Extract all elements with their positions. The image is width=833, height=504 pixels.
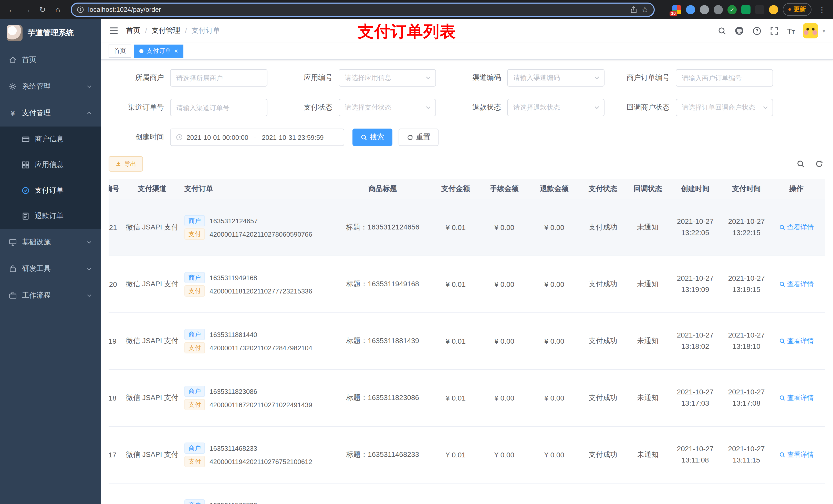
- pay-tag: 支付: [185, 342, 205, 354]
- merchant-filter-input[interactable]: [170, 69, 267, 87]
- table-row: 118 微信 JSAPI 支付 商户 1635311823086 支付: [109, 370, 825, 427]
- table-row: 121 微信 JSAPI 支付 商户 1635312124657 支付: [109, 199, 825, 256]
- pay-time: 13:17:08: [721, 398, 772, 409]
- sidebar-item-pay-order[interactable]: 支付订单: [0, 178, 101, 203]
- view-detail-link[interactable]: 查看详情: [779, 393, 814, 403]
- extension-gray2-icon[interactable]: [714, 5, 723, 14]
- refresh-table-icon[interactable]: [815, 160, 823, 168]
- share-icon[interactable]: [630, 6, 637, 13]
- gear-icon: [9, 82, 17, 91]
- search-button[interactable]: 搜索: [353, 128, 392, 146]
- filter-label: 创建时间: [109, 133, 170, 142]
- sidebar-item-dev-tools[interactable]: 研发工具: [0, 256, 101, 282]
- pay-status-select[interactable]: 请选择支付状态: [339, 99, 436, 116]
- back-icon[interactable]: ←: [5, 3, 19, 16]
- export-button[interactable]: 导出: [109, 156, 143, 172]
- sidebar-item-workflow[interactable]: 工作流程: [0, 282, 101, 309]
- merchant-order-no-input[interactable]: [676, 69, 773, 87]
- sidebar-item-app-info[interactable]: 应用信息: [0, 152, 101, 178]
- toggle-search-icon[interactable]: [796, 160, 805, 168]
- address-bar[interactable]: localhost:1024/pay/order ☆: [71, 2, 655, 17]
- github-icon[interactable]: [735, 26, 744, 35]
- update-dot-icon: [788, 8, 791, 11]
- pay-time: 13:22:15: [721, 227, 772, 238]
- sidebar-toggle-icon[interactable]: [109, 26, 119, 36]
- merchant-order-no: 1635312124657: [210, 217, 258, 224]
- search-icon[interactable]: [717, 26, 727, 35]
- search-icon: [779, 281, 785, 287]
- pay-time: 13:19:15: [721, 284, 772, 295]
- select-placeholder: 请选择订单回调商户状态: [682, 103, 762, 112]
- breadcrumb-home[interactable]: 首页: [126, 26, 140, 35]
- merchant-order-no: 1635311575786: [210, 501, 257, 504]
- clock-icon: [176, 134, 183, 141]
- page-content: 所属商户 应用编号 请选择应用信息 渠道编码 请输入渠道编码: [101, 60, 833, 504]
- chevron-down-icon: [594, 104, 600, 111]
- annotation-title: 支付订单列表: [358, 21, 456, 43]
- merchant-order-line: 商户 1635311881440: [185, 329, 334, 340]
- view-detail-link[interactable]: 查看详情: [779, 280, 814, 289]
- pay-date: 2021-10-27: [721, 444, 772, 455]
- filter-channel-order-no: 渠道订单号: [109, 99, 277, 116]
- pay-order-no: 4200001173202110272847982104: [210, 344, 312, 352]
- sidebar-item-refund-order[interactable]: 退款订单: [0, 203, 101, 229]
- table-utility-icons: [796, 160, 825, 168]
- sidebar-item-label: 支付管理: [22, 109, 51, 118]
- view-detail-link[interactable]: 查看详情: [779, 337, 814, 346]
- header-create-time: 创建时间: [670, 183, 721, 194]
- date-range-input[interactable]: 2021-10-01 00:00:00 - 2021-10-31 23:59:5…: [170, 128, 344, 146]
- channel-code-select[interactable]: 请输入渠道编码: [507, 69, 604, 87]
- browser-update-button[interactable]: 更新: [783, 3, 811, 16]
- sidebar-item-system[interactable]: 系统管理: [0, 73, 101, 100]
- breadcrumb-payment[interactable]: 支付管理: [152, 26, 180, 35]
- extensions-puzzle-icon[interactable]: [755, 5, 764, 14]
- pay-time: 13:11:15: [721, 455, 772, 466]
- sidebar-item-infrastructure[interactable]: 基础设施: [0, 229, 101, 256]
- search-icon: [779, 395, 785, 401]
- sidebar-item-merchant-info[interactable]: 商户信息: [0, 126, 101, 152]
- cell-actions: 查看详情: [772, 337, 821, 346]
- sidebar-item-payment[interactable]: ¥ 支付管理: [0, 100, 101, 126]
- extension-colorful-icon[interactable]: 10: [672, 5, 681, 14]
- cell-amount: ¥ 0.01: [431, 451, 480, 459]
- extension-green-icon[interactable]: [741, 5, 751, 14]
- sidebar-item-home[interactable]: 首页: [0, 47, 101, 73]
- help-icon[interactable]: [752, 26, 761, 35]
- extension-blue-icon[interactable]: [686, 5, 695, 14]
- cell-id: 121: [109, 223, 124, 232]
- view-detail-link[interactable]: 查看详情: [779, 223, 814, 232]
- home-button-icon[interactable]: ⌂: [51, 3, 65, 16]
- cell-notify: 未通知: [626, 337, 670, 346]
- tab-pay-order[interactable]: 支付订单 ×: [134, 44, 183, 57]
- reload-icon[interactable]: ↻: [36, 3, 49, 16]
- kebab-menu-icon[interactable]: ⋮: [816, 5, 828, 14]
- channel-order-no-input[interactable]: [170, 99, 267, 116]
- search-icon: [779, 224, 785, 231]
- reset-button[interactable]: 重置: [399, 128, 438, 146]
- view-detail-link[interactable]: 查看详情: [779, 450, 814, 459]
- search-icon: [361, 134, 367, 141]
- sidebar-logo[interactable]: 芋道管理系统: [0, 19, 101, 47]
- sidebar-item-label: 退款订单: [35, 212, 64, 221]
- document-icon: [22, 212, 30, 220]
- extension-check-icon[interactable]: ✓: [728, 5, 737, 14]
- cell-refund: ¥ 0.00: [529, 223, 580, 232]
- fullscreen-icon[interactable]: [769, 26, 779, 35]
- bookmark-star-icon[interactable]: ☆: [641, 5, 648, 14]
- extension-gray-icon[interactable]: [700, 5, 709, 14]
- cell-pay-order: 商户 1635311823086 支付 42000011672021102710…: [180, 384, 334, 412]
- tab-label: 首页: [114, 47, 126, 55]
- pay-order-no: 4200001181202110277723215336: [210, 287, 312, 295]
- font-size-icon[interactable]: TT: [787, 26, 795, 35]
- forward-icon[interactable]: →: [21, 3, 34, 16]
- site-info-icon[interactable]: [77, 6, 84, 13]
- avatar-caret-icon[interactable]: ▾: [823, 27, 825, 34]
- close-icon[interactable]: ×: [174, 48, 178, 54]
- emoji-avatar-icon[interactable]: [769, 5, 778, 14]
- notify-status-select[interactable]: 请选择订单回调商户状态: [676, 99, 773, 116]
- tab-home[interactable]: 首页: [109, 44, 131, 57]
- app-no-select[interactable]: 请选择应用信息: [339, 69, 436, 87]
- refund-status-select[interactable]: 请选择退款状态: [507, 99, 604, 116]
- cell-refund: ¥ 0.00: [529, 337, 580, 345]
- user-avatar[interactable]: [803, 23, 818, 39]
